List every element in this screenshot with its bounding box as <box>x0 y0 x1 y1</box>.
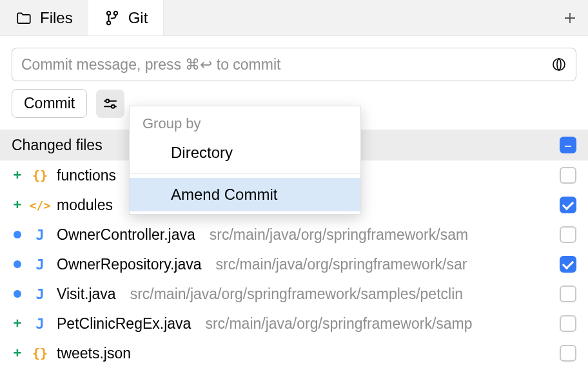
java-file-icon: J <box>32 227 48 243</box>
file-name: modules <box>57 197 113 214</box>
svg-point-0 <box>107 11 110 14</box>
svg-point-5 <box>112 104 115 108</box>
file-name: functions <box>57 167 116 184</box>
file-checkbox[interactable] <box>560 286 576 302</box>
status-modified-icon <box>12 260 23 268</box>
commit-message-input[interactable] <box>21 56 551 73</box>
file-checkbox[interactable] <box>560 197 576 213</box>
status-modified-icon <box>12 290 23 298</box>
select-all-checkbox[interactable]: – <box>560 137 576 153</box>
folder-icon <box>15 10 32 26</box>
tab-files[interactable]: Files <box>0 0 88 35</box>
file-row[interactable]: +{}tweets.json <box>0 338 588 368</box>
svg-point-1 <box>113 11 117 14</box>
popup-item-amend-commit[interactable]: Amend Commit <box>130 178 360 211</box>
json-file-icon: {} <box>32 168 48 183</box>
java-file-icon: J <box>32 316 48 332</box>
git-branch-icon <box>104 10 121 26</box>
file-path: src/main/java/org/springframework/samp <box>205 315 472 333</box>
java-file-icon: J <box>32 286 48 302</box>
file-name: OwnerController.java <box>57 226 195 244</box>
commit-message-field-wrap <box>12 48 576 81</box>
svg-point-3 <box>553 59 565 70</box>
commit-options-button[interactable] <box>96 90 124 118</box>
ai-suggest-icon[interactable] <box>551 57 567 72</box>
file-row[interactable]: JOwnerRepository.javasrc/main/java/org/s… <box>0 249 588 279</box>
file-name: tweets.json <box>57 345 131 362</box>
popup-separator <box>130 173 360 174</box>
file-name: Visit.java <box>57 286 116 303</box>
file-checkbox[interactable] <box>560 167 576 184</box>
popup-groupby-label: Group by <box>130 106 360 136</box>
file-path: src/main/java/org/springframework/sam <box>210 226 468 244</box>
file-row[interactable]: JVisit.javasrc/main/java/org/springframe… <box>0 279 588 309</box>
status-added-icon: + <box>12 345 23 362</box>
add-tab-button[interactable] <box>562 0 578 35</box>
changed-files-title: Changed files <box>12 137 103 154</box>
commit-button[interactable]: Commit <box>12 89 87 118</box>
file-checkbox[interactable] <box>560 226 576 243</box>
file-path: src/main/java/org/springframework/sar <box>216 256 467 273</box>
java-file-icon: J <box>32 257 48 273</box>
file-row[interactable]: +JPetClinicRegEx.javasrc/main/java/org/s… <box>0 309 588 338</box>
status-added-icon: + <box>12 167 23 184</box>
file-checkbox[interactable] <box>560 256 576 273</box>
status-added-icon: + <box>12 315 23 332</box>
commit-message-row <box>0 36 588 89</box>
file-name: PetClinicRegEx.java <box>57 315 191 333</box>
tab-bar: Files Git <box>0 0 588 36</box>
file-path: src/main/java/org/springframework/sample… <box>130 286 463 303</box>
file-checkbox[interactable] <box>560 345 576 362</box>
status-modified-icon <box>12 231 23 238</box>
tab-git[interactable]: Git <box>88 0 164 35</box>
status-added-icon: + <box>12 197 23 213</box>
svg-point-2 <box>107 21 110 24</box>
tab-files-label: Files <box>40 9 73 27</box>
json-file-icon: {} <box>32 345 48 361</box>
svg-point-4 <box>106 99 109 102</box>
file-name: OwnerRepository.java <box>57 256 202 273</box>
commit-options-popup: Group by Directory Amend Commit <box>129 106 361 215</box>
xml-file-icon: </> <box>32 199 48 212</box>
file-checkbox[interactable] <box>560 315 576 332</box>
file-row[interactable]: JOwnerController.javasrc/main/java/org/s… <box>0 220 588 249</box>
tab-git-label: Git <box>128 9 148 27</box>
popup-item-directory[interactable]: Directory <box>130 136 360 170</box>
